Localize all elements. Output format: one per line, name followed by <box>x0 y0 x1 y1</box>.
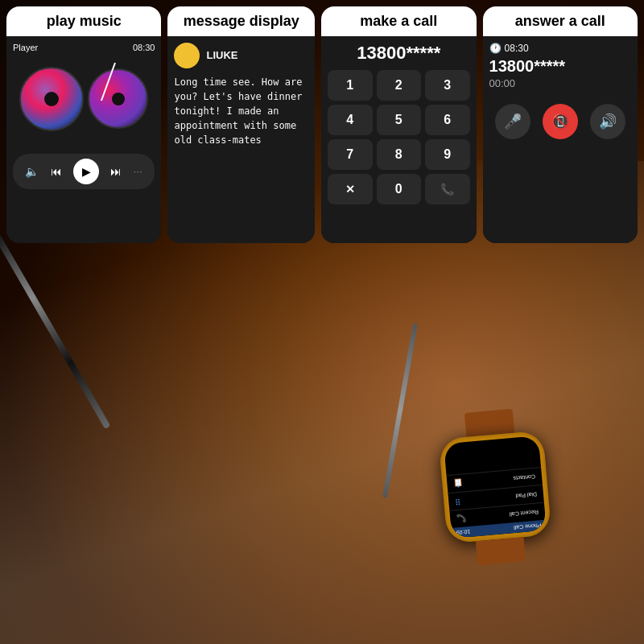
music-header: Player 08:30 <box>13 43 155 52</box>
contact-avatar <box>174 43 200 68</box>
recent-call-icon: 📞 <box>456 514 467 523</box>
dial-2[interactable]: 2 <box>377 70 421 101</box>
dial-8[interactable]: 8 <box>377 139 421 170</box>
dial-3[interactable]: 3 <box>425 70 469 101</box>
message-panel-label: message display <box>167 6 315 36</box>
dial-call[interactable]: 📞 <box>425 174 469 204</box>
recent-call-label: Recent Call <box>510 509 539 517</box>
answer-number: 13800***** <box>489 57 631 76</box>
speaker-button[interactable]: 🔊 <box>590 104 625 139</box>
watch-app-title: Phone Call <box>514 522 542 530</box>
answer-time-value: 08:30 <box>505 43 529 54</box>
message-header: LIUKE <box>174 43 308 68</box>
disc-right <box>88 68 148 129</box>
music-panel-content: Player 08:30 🔈 ⏮ ▶ ⏭ ··· <box>6 36 161 243</box>
panel-answer: answer a call 🕐 08:30 13800***** 00:00 🎤… <box>483 6 638 243</box>
panel-message: message display LIUKE Long time see. How… <box>167 6 315 243</box>
play-button[interactable]: ▶ <box>73 159 99 184</box>
panel-music: play music Player 08:30 🔈 ⏮ ▶ ⏭ ··· <box>6 6 161 243</box>
answer-panel-content: 🕐 08:30 13800***** 00:00 🎤 📵 🔊 <box>483 36 638 243</box>
watch-band-bottom <box>476 537 526 565</box>
answer-duration: 00:00 <box>489 77 631 89</box>
watch-time: 10:09 <box>456 529 470 536</box>
dial-5[interactable]: 5 <box>377 105 421 135</box>
dial-9[interactable]: 9 <box>425 139 469 170</box>
dial-pad-label: Dial Pad <box>515 492 537 499</box>
music-controls: 🔈 ⏮ ▶ ⏭ ··· <box>13 154 155 189</box>
volume-button[interactable]: 🔈 <box>25 165 39 178</box>
mute-button[interactable]: 🎤 <box>495 104 530 139</box>
dial-6[interactable]: 6 <box>425 105 469 135</box>
more-dots: ··· <box>134 167 142 176</box>
message-text: Long time see. How are you? Let's have d… <box>174 75 308 147</box>
disc-left <box>19 67 84 131</box>
dial-delete[interactable]: ✕ <box>328 174 372 204</box>
call-number: 13800***** <box>328 43 469 64</box>
watch-body: Phone Call 10:09 Recent Call 📞 Dial Pad … <box>439 431 552 544</box>
answer-controls: 🎤 📵 🔊 <box>489 104 631 139</box>
contacts-icon: 📋 <box>453 478 464 488</box>
answer-panel-label: answer a call <box>483 6 638 36</box>
dialpad-icon: ⠿ <box>455 497 461 506</box>
answer-time-row: 🕐 08:30 <box>489 43 631 54</box>
clock-icon: 🕐 <box>489 43 502 54</box>
smartwatch: Phone Call 10:09 Recent Call 📞 Dial Pad … <box>436 407 554 568</box>
message-panel-content: LIUKE Long time see. How are you? Let's … <box>167 36 315 243</box>
music-time: 08:30 <box>133 43 155 52</box>
dial-1[interactable]: 1 <box>328 70 372 101</box>
dialpad: 1 2 3 4 5 6 7 8 9 ✕ 0 📞 <box>328 70 469 204</box>
contacts-label: Contacts <box>513 474 535 481</box>
dial-7[interactable]: 7 <box>328 139 372 170</box>
panels-row: play music Player 08:30 🔈 ⏮ ▶ ⏭ ··· mess… <box>0 0 644 250</box>
next-button[interactable]: ⏭ <box>110 165 122 178</box>
call-panel-content: 13800***** 1 2 3 4 5 6 7 8 9 ✕ 0 📞 <box>321 36 476 243</box>
contact-name: LIUKE <box>206 43 237 68</box>
disc-area <box>13 59 155 147</box>
end-call-button[interactable]: 📵 <box>543 104 578 139</box>
dial-0[interactable]: 0 <box>377 174 421 204</box>
panel-call: make a call 13800***** 1 2 3 4 5 6 7 8 9… <box>321 6 476 243</box>
music-player-label: Player <box>13 43 38 52</box>
dial-4[interactable]: 4 <box>328 105 372 135</box>
call-panel-label: make a call <box>321 6 476 36</box>
watch-screen: Phone Call 10:09 Recent Call 📞 Dial Pad … <box>444 436 547 539</box>
prev-button[interactable]: ⏮ <box>51 165 62 178</box>
music-panel-label: play music <box>6 6 161 36</box>
